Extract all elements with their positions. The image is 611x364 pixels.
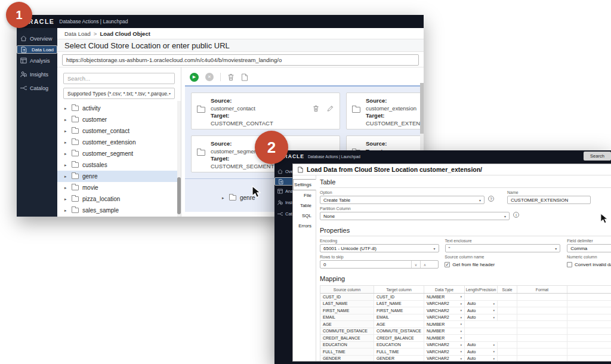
sidebar-item-data-load[interactable]: Data Load (17, 45, 57, 54)
expand-caret-icon[interactable]: ▸ (64, 163, 68, 168)
scale-cell[interactable] (498, 356, 517, 362)
scale-cell[interactable] (498, 328, 517, 335)
data-type-select[interactable]: NUMBER▾ (424, 335, 465, 341)
target-column-cell[interactable]: GENDER (374, 356, 424, 362)
sidebar-item-overview[interactable]: Overview (17, 32, 57, 45)
load-job-card[interactable]: Source: customer_contact Target: CUSTOME… (191, 92, 340, 129)
format-cell[interactable] (517, 328, 567, 335)
option-select[interactable]: Create Table ▾ (320, 196, 485, 204)
rows-to-skip-input[interactable] (320, 262, 411, 267)
expand-caret-icon[interactable]: ▸ (64, 118, 68, 122)
load-job-card[interactable]: Source: customer_extension Target: CUSTO… (346, 92, 420, 129)
data-type-select[interactable]: NUMBER▾ (424, 321, 465, 328)
length-precision-select[interactable]: Auto▾ (465, 342, 498, 348)
expand-caret-icon[interactable]: ▸ (64, 186, 68, 190)
get-from-file-header-checkbox[interactable]: ✓ (445, 262, 450, 267)
target-column-cell[interactable]: EDUCATION (374, 342, 424, 348)
scale-cell[interactable] (498, 301, 517, 307)
expand-caret-icon[interactable]: ▸ (64, 208, 68, 213)
spin-down-button[interactable]: ∨ (411, 261, 420, 268)
format-cell[interactable] (517, 335, 567, 341)
target-column-cell[interactable]: FULL_TIME (374, 348, 424, 355)
data-type-select[interactable]: NUMBER▾ (424, 328, 465, 335)
format-cell[interactable] (517, 356, 567, 362)
target-column-cell[interactable]: COMMUTE_DISTANCE (374, 328, 424, 335)
pencil-icon[interactable] (327, 105, 334, 112)
scale-cell[interactable] (498, 348, 517, 355)
length-precision-select[interactable]: Auto▾ (465, 356, 498, 362)
tab-file[interactable]: File (293, 190, 316, 200)
tree-scrollbar-thumb[interactable] (177, 177, 181, 214)
scale-cell[interactable] (498, 342, 517, 348)
breadcrumb-parent[interactable]: Data Load (64, 30, 91, 37)
tab-errors[interactable]: Errors (293, 221, 316, 231)
tree-item[interactable]: ▸ customer_segment (57, 148, 181, 159)
tree-item[interactable]: ▸ customer_contact (57, 125, 181, 137)
target-column-cell[interactable]: EMAIL (374, 314, 424, 321)
sidebar-item-analysis[interactable]: Analysis (17, 54, 57, 67)
expand-caret-icon[interactable]: ▸ (64, 174, 68, 179)
tree-item[interactable]: ▸ weather (57, 216, 181, 217)
scale-cell[interactable] (498, 321, 517, 328)
expand-caret-icon[interactable]: ▸ (64, 106, 68, 111)
data-type-select[interactable]: NUMBER▾ (424, 294, 465, 300)
format-cell[interactable] (517, 321, 567, 328)
format-cell[interactable] (517, 348, 567, 355)
delete-button[interactable] (227, 73, 234, 81)
target-column-cell[interactable]: FIRST_NAME (374, 307, 424, 314)
data-type-select[interactable]: VARCHAR2▾ (424, 307, 465, 314)
length-precision-select[interactable]: Auto▾ (465, 348, 498, 355)
tree-scrollbar[interactable] (177, 101, 181, 217)
data-type-select[interactable]: VARCHAR2▾ (424, 314, 465, 321)
scale-cell[interactable] (498, 294, 517, 300)
scale-cell[interactable] (498, 314, 517, 321)
tree-item[interactable]: ▸ customer (57, 114, 181, 125)
tree-item[interactable]: ▸ activity (57, 103, 181, 114)
tree-item[interactable]: ▸ pizza_location (57, 193, 181, 205)
info-icon[interactable]: i (513, 212, 519, 218)
format-cell[interactable] (517, 342, 567, 348)
encoding-select[interactable]: 65001 - Unicode (UTF-8) ▾ (320, 244, 439, 252)
sidebar-item-catalog[interactable]: Catalog (17, 81, 57, 95)
cloud-store-url-input[interactable] (62, 54, 419, 66)
partition-column-select[interactable]: None ▾ (320, 212, 510, 220)
data-type-select[interactable]: VARCHAR2▾ (424, 348, 465, 355)
report-button[interactable] (241, 73, 248, 81)
run-all-button[interactable]: ▶ (190, 73, 199, 82)
length-precision-select[interactable]: Auto▾ (465, 301, 498, 307)
data-type-select[interactable]: VARCHAR2▾ (424, 342, 465, 348)
target-column-cell[interactable]: CUST_ID (374, 294, 424, 300)
tree-item[interactable]: ▸ customer_extension (57, 137, 181, 148)
data-type-select[interactable]: VARCHAR2▾ (424, 356, 465, 362)
format-cell[interactable] (517, 301, 567, 307)
target-column-cell[interactable]: AGE (374, 321, 424, 328)
tree-item[interactable]: ▸ movie (57, 182, 181, 193)
format-cell[interactable] (517, 314, 567, 321)
text-enclosure-select[interactable]: " ▾ (445, 244, 561, 252)
convert-invalid-checkbox[interactable] (567, 262, 572, 267)
expand-caret-icon[interactable]: ▸ (64, 197, 68, 202)
tree-item[interactable]: ▸ genre (57, 171, 181, 182)
spin-up-button[interactable]: ∧ (420, 261, 429, 268)
expand-caret-icon[interactable]: ▸ (64, 129, 68, 134)
expand-caret-icon[interactable]: ▸ (64, 140, 68, 145)
tree-search-input[interactable] (63, 73, 175, 84)
data-type-select[interactable]: VARCHAR2▾ (424, 301, 465, 307)
table-name-input[interactable] (511, 198, 587, 203)
scale-cell[interactable] (498, 307, 517, 314)
tab-settings[interactable]: Settings (293, 179, 316, 190)
stop-button[interactable]: ✕ (205, 73, 214, 81)
target-column-cell[interactable]: CREDIT_BALANCE (374, 335, 424, 341)
trash-icon[interactable] (313, 105, 319, 112)
scale-cell[interactable] (498, 335, 517, 341)
field-delimiter-select[interactable]: Comma (567, 244, 611, 252)
tree-item[interactable]: ▸ sales_sample (57, 205, 181, 216)
help-icon[interactable]: ? (488, 196, 494, 202)
dragged-tree-item[interactable]: ▸ genre (222, 195, 255, 201)
sidebar-item-insights[interactable]: Insights (17, 67, 57, 81)
tab-sql[interactable]: SQL (293, 211, 316, 221)
target-column-cell[interactable]: LAST_NAME (374, 301, 424, 307)
length-precision-select[interactable]: Auto▾ (465, 314, 498, 321)
supported-types-select[interactable]: Supported Types (*.csv; *.txt; *.tsv; *.… (63, 88, 175, 99)
expand-caret-icon[interactable]: ▸ (64, 152, 68, 156)
